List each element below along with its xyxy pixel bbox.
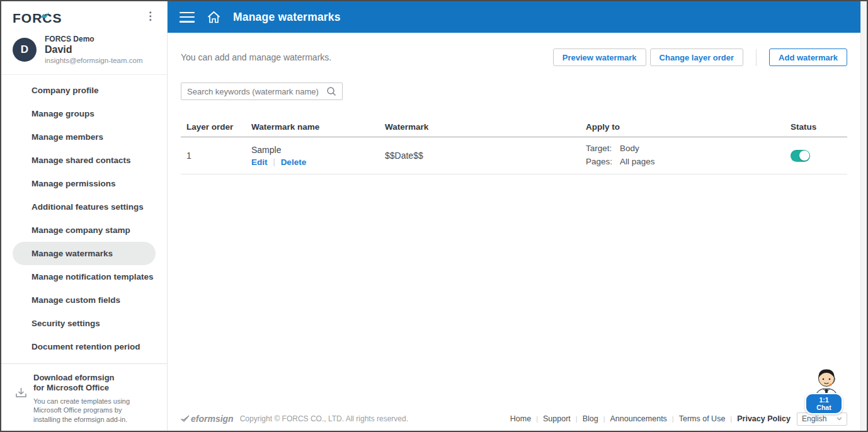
add-watermark-button[interactable]: Add watermark <box>769 48 847 66</box>
sidebar-item-label: Manage company stamp <box>31 225 130 235</box>
footer: eformsign Copyright © FORCS CO., LTD. Al… <box>181 411 847 431</box>
sidebar-nav: Company profile Manage groups Manage mem… <box>1 75 167 358</box>
scrollbar[interactable] <box>860 1 867 431</box>
sidebar-item-label: Security settings <box>31 319 100 328</box>
download-text: Download eformsign for Microsoft Office … <box>33 373 139 424</box>
eformsign-logo-text: eformsign <box>191 414 234 424</box>
footer-link-terms-of-use[interactable]: Terms of Use <box>679 414 726 423</box>
toggle-knob <box>799 151 809 161</box>
kebab-menu-icon[interactable]: ⋮ <box>141 11 159 22</box>
watermarks-table: Layer order Watermark name Watermark App… <box>181 117 847 174</box>
col-header-watermark: Watermark <box>385 122 586 132</box>
button-divider <box>756 49 757 66</box>
edit-link[interactable]: Edit <box>251 157 268 167</box>
sidebar-item-manage-custom-fields[interactable]: Manage custom fields <box>13 288 156 312</box>
sidebar: FORCS ⋮ D FORCS Demo David insights@efor… <box>1 1 168 431</box>
col-header-layer-order: Layer order <box>186 122 251 132</box>
table-row: 1 Sample Edit | Delete $$Date$$ Target: <box>181 137 847 174</box>
sidebar-item-document-retention-period[interactable]: Document retention period <box>13 335 156 358</box>
target-value: Body <box>620 142 639 156</box>
avatar: D <box>13 38 37 62</box>
col-header-apply-to: Apply to <box>586 122 791 132</box>
sidebar-item-security-settings[interactable]: Security settings <box>13 312 156 335</box>
footer-links: Home| Support| Blog| Announcements| Term… <box>510 412 847 426</box>
profile-name: David <box>45 44 142 55</box>
chat-widget[interactable]: 1:1 Chat <box>810 366 843 414</box>
language-value: English <box>802 414 826 423</box>
eformsign-footer-logo: eformsign <box>181 414 234 424</box>
sidebar-item-label: Additional features settings <box>31 202 144 212</box>
cell-watermark: $$Date$$ <box>385 151 586 161</box>
col-header-status: Status <box>791 122 847 132</box>
user-profile[interactable]: D FORCS Demo David insights@eformsign-te… <box>1 30 167 75</box>
cell-layer-order: 1 <box>186 151 251 161</box>
sidebar-item-manage-shared-contacts[interactable]: Manage shared contacts <box>13 149 156 172</box>
sidebar-item-label: Manage custom fields <box>31 295 120 305</box>
target-label: Target: <box>586 142 620 156</box>
profile-email: insights@eformsign-team.com <box>45 57 142 64</box>
pages-value: All pages <box>620 156 655 169</box>
hamburger-menu-icon[interactable] <box>180 12 195 23</box>
app-window: FORCS ⋮ D FORCS Demo David insights@efor… <box>0 0 868 432</box>
sidebar-item-additional-features-settings[interactable]: Additional features settings <box>13 195 156 219</box>
footer-link-privacy-policy[interactable]: Privacy Policy <box>737 414 791 423</box>
link-separator: | <box>273 157 275 166</box>
footer-link-blog[interactable]: Blog <box>583 414 598 423</box>
cell-status <box>791 150 847 162</box>
sidebar-item-label: Manage watermarks <box>31 249 113 258</box>
preview-watermark-button[interactable]: Preview watermark <box>553 48 646 66</box>
status-toggle[interactable] <box>791 150 810 162</box>
sidebar-item-manage-watermarks[interactable]: Manage watermarks <box>13 242 156 265</box>
download-title: Download eformsign for Microsoft Office <box>33 373 122 394</box>
chat-button[interactable]: 1:1 Chat <box>805 393 843 414</box>
footer-link-support[interactable]: Support <box>543 414 571 423</box>
cell-apply-to: Target: Body Pages: All pages <box>586 142 791 169</box>
sidebar-item-label: Document retention period <box>31 342 140 351</box>
watermark-name: Sample <box>251 145 385 155</box>
action-buttons: Preview watermark Change layer order Add… <box>549 48 847 66</box>
sidebar-item-manage-permissions[interactable]: Manage permissions <box>13 172 156 195</box>
profile-text: FORCS Demo David insights@eformsign-team… <box>45 35 142 64</box>
sidebar-item-manage-notification-templates[interactable]: Manage notification templates <box>13 265 156 288</box>
eformsign-logo-icon <box>181 415 190 423</box>
col-header-watermark-name: Watermark name <box>251 122 385 132</box>
home-icon[interactable] <box>207 11 221 24</box>
sidebar-item-manage-company-stamp[interactable]: Manage company stamp <box>13 219 156 242</box>
main-area: Manage watermarks You can add and manage… <box>168 1 860 431</box>
sidebar-item-label: Manage notification templates <box>31 272 154 281</box>
sidebar-item-label: Manage groups <box>31 109 94 118</box>
sidebar-header: FORCS ⋮ <box>1 1 167 30</box>
sidebar-item-company-profile[interactable]: Company profile <box>13 79 156 102</box>
sidebar-item-label: Manage permissions <box>31 179 116 188</box>
forcs-logo-text: FORCS <box>13 11 62 25</box>
search-input[interactable] <box>187 87 326 96</box>
forcs-logo: FORCS <box>13 11 62 26</box>
search-icon[interactable] <box>326 86 336 96</box>
sidebar-item-label: Company profile <box>31 86 99 95</box>
table-header: Layer order Watermark name Watermark App… <box>181 117 847 137</box>
download-icon <box>15 387 27 424</box>
search-box <box>181 82 343 100</box>
footer-link-home[interactable]: Home <box>510 414 531 423</box>
forcs-logo-check-icon <box>40 6 50 21</box>
download-addin-section[interactable]: Download eformsign for Microsoft Office … <box>1 363 167 431</box>
content: You can add and manage watermarks. Previ… <box>168 33 860 431</box>
profile-company: FORCS Demo <box>45 35 142 43</box>
footer-link-announcements[interactable]: Announcements <box>610 414 667 423</box>
topbar: Manage watermarks <box>168 1 860 33</box>
change-layer-order-button[interactable]: Change layer order <box>650 48 744 66</box>
copyright-text: Copyright © FORCS CO., LTD. All rights r… <box>240 414 408 423</box>
page-title: Manage watermarks <box>233 11 341 24</box>
sidebar-item-manage-groups[interactable]: Manage groups <box>13 102 156 125</box>
page-description: You can add and manage watermarks. <box>181 52 331 62</box>
cell-watermark-name: Sample Edit | Delete <box>251 145 385 167</box>
sidebar-item-label: Manage members <box>31 132 103 142</box>
pages-label: Pages: <box>586 156 620 169</box>
delete-link[interactable]: Delete <box>281 157 307 167</box>
sidebar-item-label: Manage shared contacts <box>31 156 131 165</box>
download-description: You can create templates using Microsoft… <box>33 397 139 425</box>
sidebar-item-manage-members[interactable]: Manage members <box>13 125 156 149</box>
chevron-down-icon <box>837 417 842 421</box>
